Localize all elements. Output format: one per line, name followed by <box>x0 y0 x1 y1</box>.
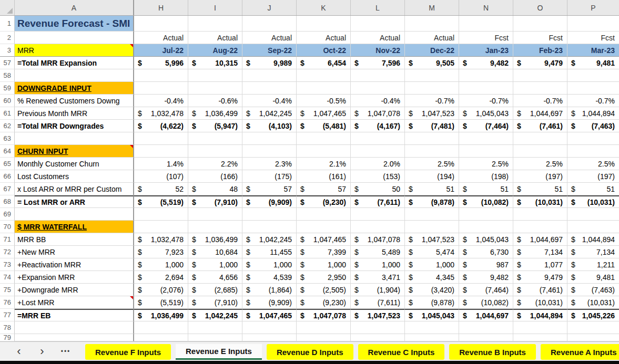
row-number[interactable]: 72 <box>0 246 15 258</box>
cell[interactable]: $1,211 <box>567 258 619 271</box>
cell[interactable] <box>513 82 567 95</box>
cell[interactable]: $(4,167) <box>351 120 405 132</box>
cell[interactable] <box>567 16 619 32</box>
column-header[interactable]: N <box>459 0 513 15</box>
cell[interactable] <box>513 321 567 334</box>
row-label-cell[interactable]: +Expansion MRR <box>15 271 134 284</box>
cell[interactable]: $1,036,499 <box>134 309 188 321</box>
column-header[interactable]: A <box>15 0 134 15</box>
cell[interactable]: $7,134 <box>567 246 619 258</box>
cell[interactable]: (197) <box>567 170 619 183</box>
row-label-cell[interactable] <box>15 32 134 44</box>
cell[interactable]: $2,694 <box>134 271 188 284</box>
cell[interactable] <box>297 208 351 221</box>
cell[interactable]: $10,684 <box>188 246 242 258</box>
tabs-scroll-left-icon[interactable]: ‹ <box>7 342 31 361</box>
cell[interactable]: Aug-22 <box>188 44 242 57</box>
column-header[interactable]: L <box>351 0 405 15</box>
cell[interactable]: $7,134 <box>513 246 567 258</box>
cell[interactable]: (161) <box>297 170 351 183</box>
cell[interactable]: $1,077 <box>513 258 567 271</box>
cell[interactable] <box>459 145 513 158</box>
cell[interactable] <box>405 69 459 82</box>
cell[interactable]: $4,345 <box>405 271 459 284</box>
cell[interactable] <box>459 321 513 334</box>
row-label-cell[interactable] <box>15 334 134 341</box>
cell[interactable]: $9,482 <box>459 271 513 284</box>
cell[interactable] <box>459 132 513 145</box>
sheet-tab-revenue-c-inputs[interactable]: Revenue C Inputs <box>358 344 445 360</box>
cell[interactable]: $9,481 <box>567 271 619 284</box>
cell[interactable] <box>134 69 188 82</box>
column-header[interactable]: P <box>567 0 619 15</box>
cell[interactable] <box>351 321 405 334</box>
cell[interactable] <box>567 132 619 145</box>
row-label-cell[interactable]: DOWNGRADE INPUT <box>15 82 134 95</box>
cell[interactable]: $50 <box>351 183 405 195</box>
cell[interactable] <box>567 321 619 334</box>
cell[interactable] <box>405 82 459 95</box>
cell[interactable]: Actual <box>297 32 351 44</box>
cell[interactable] <box>188 16 242 32</box>
cell[interactable]: $(4,103) <box>242 120 297 132</box>
cell[interactable]: Fcst <box>513 32 567 44</box>
cell[interactable]: $(7,910) <box>188 296 242 309</box>
cell[interactable] <box>188 334 242 341</box>
cell[interactable]: $1,044,894 <box>567 233 619 246</box>
cell[interactable]: $(7,464) <box>459 120 513 132</box>
cell[interactable]: $(7,611) <box>351 195 405 208</box>
row-number[interactable]: 64 <box>0 145 15 158</box>
cell[interactable]: $9,989 <box>242 57 297 69</box>
cell[interactable]: Oct-22 <box>297 44 351 57</box>
cell[interactable] <box>405 221 459 233</box>
cell[interactable] <box>567 221 619 233</box>
select-all-corner[interactable] <box>0 0 15 15</box>
cell[interactable]: $5,474 <box>405 246 459 258</box>
cell[interactable] <box>188 221 242 233</box>
cell[interactable]: $(2,076) <box>134 284 188 296</box>
cell[interactable]: $1,042,245 <box>188 309 242 321</box>
cell[interactable]: $51 <box>567 183 619 195</box>
cell[interactable] <box>297 69 351 82</box>
cell[interactable]: $57 <box>242 183 297 195</box>
cell[interactable] <box>297 16 351 32</box>
column-header[interactable]: K <box>297 0 351 15</box>
cell[interactable] <box>351 132 405 145</box>
cell[interactable] <box>242 145 297 158</box>
cell[interactable]: $7,596 <box>351 57 405 69</box>
cell[interactable]: 2.1% <box>297 158 351 170</box>
cell[interactable]: $2,950 <box>297 271 351 284</box>
cell[interactable]: $(9,909) <box>242 296 297 309</box>
cell[interactable]: $6,730 <box>459 246 513 258</box>
row-number[interactable]: 59 <box>0 82 15 95</box>
cell[interactable]: 2.5% <box>513 158 567 170</box>
cell[interactable]: $(3,420) <box>405 284 459 296</box>
cell[interactable] <box>351 82 405 95</box>
cell[interactable]: $10,315 <box>188 57 242 69</box>
cell[interactable]: $1,047,078 <box>351 107 405 120</box>
row-number[interactable]: 66 <box>0 170 15 183</box>
row-number[interactable]: 67 <box>0 183 15 195</box>
row-number[interactable]: 58 <box>0 69 15 82</box>
cell[interactable]: 2.5% <box>567 158 619 170</box>
cell[interactable] <box>134 16 188 32</box>
row-label-cell[interactable] <box>15 69 134 82</box>
row-label-cell[interactable] <box>15 132 134 145</box>
row-number[interactable]: 75 <box>0 284 15 296</box>
cell[interactable]: $(10,082) <box>459 296 513 309</box>
cell[interactable]: $57 <box>297 183 351 195</box>
cell[interactable]: $1,047,078 <box>297 309 351 321</box>
cell[interactable]: $1,045,226 <box>567 309 619 321</box>
cell[interactable]: -0.7% <box>405 95 459 107</box>
cell[interactable]: 2.2% <box>188 158 242 170</box>
cell[interactable] <box>297 132 351 145</box>
cell[interactable]: $6,454 <box>297 57 351 69</box>
cell[interactable]: $9,479 <box>513 57 567 69</box>
more-tabs-icon[interactable]: ••• <box>54 342 78 361</box>
cell[interactable]: $48 <box>188 183 242 195</box>
row-label-cell[interactable]: =Total MRR Downgrades <box>15 120 134 132</box>
cell[interactable]: $987 <box>459 258 513 271</box>
cell[interactable] <box>513 334 567 341</box>
cell[interactable]: $1,000 <box>134 258 188 271</box>
row-label-cell[interactable]: +New MRR <box>15 246 134 258</box>
